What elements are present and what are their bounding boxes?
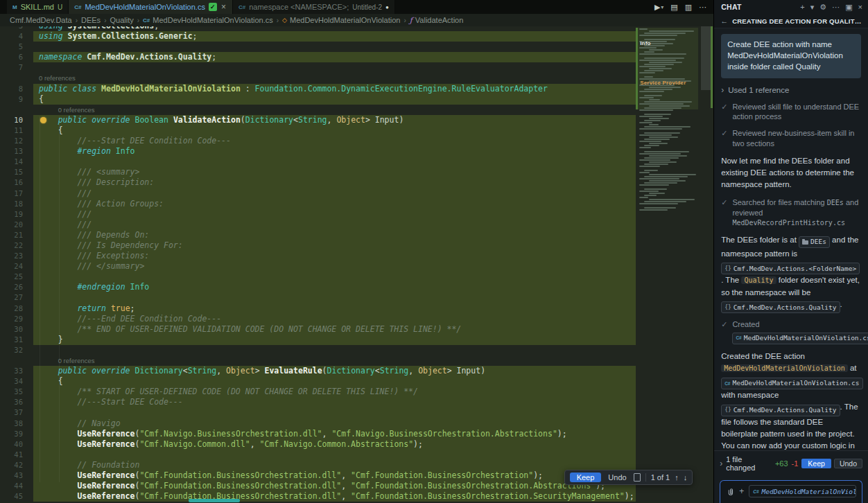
code-line[interactable]: 36 //---Start DEE Code--- — [0, 397, 636, 407]
code-line[interactable]: 33 public override Dictionary<String, Ob… — [0, 366, 636, 376]
line-number[interactable]: 36 — [0, 397, 33, 407]
code-line[interactable]: 25 — [0, 272, 636, 282]
code-line[interactable]: 18 /// Action Groups: — [0, 199, 636, 209]
namespace-chip[interactable]: {}Cmf.MedDev.Actions.Quality — [721, 405, 840, 416]
code-line[interactable]: 35 /** START OF USER-DEFINED CODE (DO NO… — [0, 387, 636, 397]
code-line[interactable]: 6namespace Cmf.MedDev.Actions.Quality; — [0, 52, 636, 62]
breadcrumb-item[interactable]: Quality — [110, 16, 133, 24]
code-line[interactable]: 41 — [0, 450, 636, 460]
line-number[interactable] — [0, 105, 33, 115]
line-number[interactable] — [0, 355, 33, 366]
code-line[interactable]: 43 UseReference("Cmf.Foundation.Business… — [0, 470, 636, 481]
file-chip[interactable]: C#MedDevHoldMaterialOnViolation.cs — [732, 333, 868, 344]
back-icon[interactable]: ← — [720, 17, 728, 25]
chevron-down-icon[interactable]: ▾ — [810, 3, 815, 11]
lightbulb-icon[interactable] — [40, 117, 46, 123]
breadcrumb-item[interactable]: DEEs — [81, 16, 101, 24]
folder-chip[interactable]: DEEs — [799, 236, 830, 248]
line-number[interactable]: 4 — [0, 31, 33, 42]
code-line[interactable]: 24 /// </summary> — [0, 261, 636, 272]
line-number[interactable]: 24 — [0, 261, 33, 272]
line-number[interactable]: 3 — [0, 26, 33, 31]
code-line[interactable]: 38 // Navigo — [0, 418, 636, 429]
line-number[interactable] — [0, 73, 33, 83]
breadcrumb-item[interactable]: ƒValidateAction — [410, 16, 464, 25]
code-line[interactable]: 27 — [0, 292, 636, 303]
line-number[interactable]: 15 — [0, 167, 33, 177]
close-icon[interactable]: × — [220, 2, 227, 12]
next-edit-icon[interactable]: ↓ — [684, 473, 688, 482]
line-number[interactable]: 39 — [0, 429, 33, 439]
line-number[interactable]: 41 — [0, 450, 33, 460]
scrollbar-thumb[interactable] — [701, 26, 711, 90]
open-file-icon[interactable] — [634, 473, 641, 482]
line-number[interactable]: 34 — [0, 376, 33, 387]
code-line[interactable]: 29 //---End DEE Condition Code--- — [0, 314, 636, 324]
line-number[interactable]: 20 — [0, 220, 33, 230]
code-line[interactable]: 26 #endregion Info — [0, 282, 636, 292]
codelens-row[interactable]: 0 references — [0, 105, 636, 115]
line-number[interactable]: 21 — [0, 230, 33, 240]
code-line[interactable]: 21 /// Depends On: — [0, 230, 636, 240]
notebook-icon[interactable]: ▤ — [670, 3, 677, 12]
code-line[interactable]: 39 UseReference("Cmf.Navigo.BusinessOrch… — [0, 429, 636, 439]
code-line[interactable]: 13 #region Info — [0, 146, 636, 157]
line-number[interactable]: 14 — [0, 157, 33, 167]
line-number[interactable]: 9 — [0, 94, 33, 105]
line-number[interactable]: 35 — [0, 387, 33, 397]
chevron-right-icon[interactable]: › — [720, 459, 722, 468]
breadcrumb-item[interactable]: C#MedDevHoldMaterialOnViolation.cs — [143, 16, 273, 24]
more-actions-icon[interactable]: ⋯ — [832, 3, 840, 11]
code-line[interactable]: 31 } — [0, 335, 636, 345]
keep-button[interactable]: Keep — [570, 473, 602, 482]
line-number[interactable]: 29 — [0, 314, 33, 324]
attached-file-chip[interactable]: C# MedDevHoldMaterialOnViolation.cs — [749, 485, 856, 497]
code-line[interactable]: 30 /** END OF USER-DEFINED VALIDATION CO… — [0, 324, 636, 335]
line-number[interactable]: 19 — [0, 209, 33, 220]
code-line[interactable]: 20 /// — [0, 220, 636, 230]
code-line[interactable]: 12 //---Start DEE Condition Code--- — [0, 136, 636, 146]
line-number[interactable]: 40 — [0, 439, 33, 450]
code-line[interactable]: 34 { — [0, 376, 636, 387]
line-number[interactable]: 13 — [0, 146, 33, 157]
code-line[interactable]: 44 UseReference("Cmf.Foundation.Business… — [0, 481, 636, 491]
run-button[interactable]: ▶ ▾ — [654, 3, 663, 12]
code-line[interactable]: 9{ — [0, 94, 636, 105]
code-line[interactable]: 22 /// Is Dependency For: — [0, 240, 636, 251]
file-chip[interactable]: C#MedDevHoldMaterialOnViolation.cs — [721, 378, 862, 389]
attach-context-icon[interactable] — [726, 487, 734, 496]
code-line[interactable]: 23 /// Exceptions: — [0, 251, 636, 261]
line-number[interactable]: 44 — [0, 481, 33, 491]
vertical-scrollbar[interactable] — [698, 26, 713, 503]
code-line[interactable]: 37 — [0, 407, 636, 418]
tab-meddev-cs[interactable]: C# MedDevHoldMaterialOnViolation.cs ✓ × — [69, 0, 233, 14]
code-line[interactable]: 3using System.Collections; — [0, 26, 636, 31]
code-line[interactable]: 11 { — [0, 125, 636, 136]
line-number[interactable]: 27 — [0, 292, 33, 303]
minimap[interactable]: Info Service Provider — [636, 26, 698, 503]
line-number[interactable]: 31 — [0, 335, 33, 345]
line-number[interactable]: 6 — [0, 52, 33, 62]
close-icon[interactable]: × — [858, 3, 862, 11]
line-number[interactable]: 7 — [0, 62, 33, 73]
line-number[interactable]: 26 — [0, 282, 33, 292]
codelens-row[interactable]: 0 references — [0, 73, 636, 83]
code-line[interactable]: 32 — [0, 345, 636, 355]
keep-all-button[interactable]: Keep — [801, 459, 831, 468]
line-number[interactable]: 43 — [0, 470, 33, 481]
code-line[interactable]: 19 /// — [0, 209, 636, 220]
code-line[interactable]: 40 UseReference("Cmf.Navigo.Common.dll",… — [0, 439, 636, 450]
open-in-editor-icon[interactable]: ▣ — [845, 3, 852, 11]
code-line[interactable]: 5 — [0, 42, 636, 52]
namespace-chip[interactable]: {}Cmf.MedDev.Actions.<FolderName> — [721, 263, 860, 274]
line-number[interactable]: 23 — [0, 251, 33, 261]
code-rows[interactable]: 3using System.Collections;4using System.… — [0, 26, 636, 502]
code-line[interactable]: 14 — [0, 157, 636, 167]
code-line[interactable]: 7 — [0, 62, 636, 73]
code-line[interactable]: 8public class MedDevHoldMaterialOnViolat… — [0, 84, 636, 94]
line-number[interactable]: 37 — [0, 407, 33, 418]
split-editor-icon[interactable]: ▥ — [685, 3, 692, 12]
breadcrumb-item[interactable]: ◇MedDevHoldMaterialOnViolation — [282, 16, 400, 24]
line-number[interactable]: 5 — [0, 42, 33, 52]
add-context-button[interactable]: + — [739, 486, 744, 496]
